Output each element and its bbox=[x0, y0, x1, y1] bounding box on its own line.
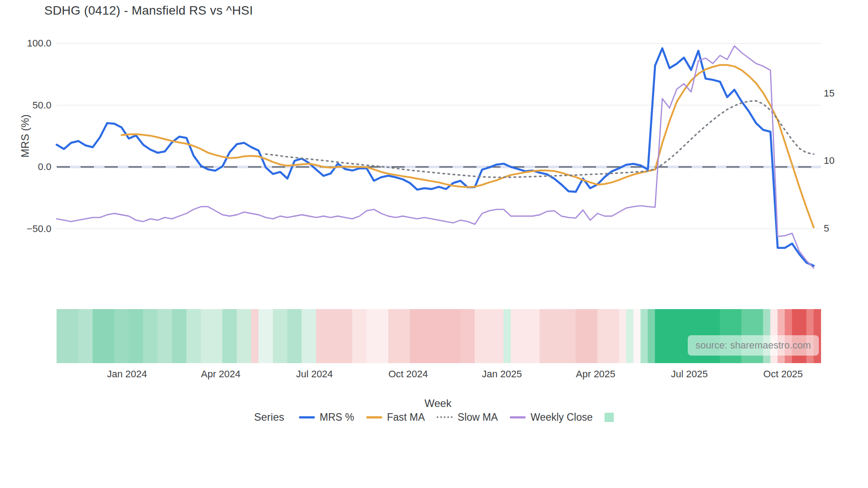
x-axis-tick-label: Jan 2024 bbox=[107, 368, 147, 380]
heatmap-cell bbox=[410, 309, 461, 363]
heatmap-cell bbox=[201, 309, 222, 363]
chart-page: SDHG (0412) - Mansfield RS vs ^HSI MRS (… bbox=[0, 0, 868, 488]
legend-item-label: Fast MA bbox=[387, 411, 425, 423]
right-axis-tick-label: 5 bbox=[824, 223, 829, 234]
heatmap-cell bbox=[504, 309, 511, 363]
heatmap-cell bbox=[640, 309, 648, 363]
series-lines bbox=[57, 46, 814, 268]
zero-line bbox=[57, 166, 821, 168]
legend-item-label: Weekly Close bbox=[531, 411, 593, 423]
heatmap-cell bbox=[511, 309, 540, 363]
heatmap-cell bbox=[633, 309, 641, 363]
legend-item-weekly-close[interactable]: Weekly Close bbox=[510, 411, 593, 423]
left-axis-tick-label: −50.0 bbox=[27, 223, 51, 234]
heatmap-cell bbox=[287, 309, 302, 363]
heatmap-cell bbox=[93, 309, 114, 363]
heatmap-cell bbox=[316, 309, 353, 363]
legend-item-label: MRS % bbox=[320, 411, 354, 423]
heatmap-cell bbox=[251, 309, 259, 363]
legend-item-label: Slow MA bbox=[457, 411, 498, 423]
heatmap-cell bbox=[460, 309, 475, 363]
legend-item-heatmap[interactable] bbox=[604, 413, 614, 422]
heatmap-cell bbox=[57, 309, 78, 363]
heatmap-cell bbox=[114, 309, 129, 363]
heatmap-cell bbox=[539, 309, 576, 363]
heatmap-cell bbox=[259, 309, 273, 363]
heatmap-cell bbox=[367, 309, 388, 363]
heatmap-cell bbox=[237, 309, 252, 363]
heatmap-cell bbox=[475, 309, 504, 363]
x-axis-tick-label: Apr 2025 bbox=[576, 368, 615, 380]
heatmap-cell bbox=[186, 309, 201, 363]
left-axis-tick-label: 100.0 bbox=[27, 38, 51, 49]
heatmap-cell bbox=[273, 309, 287, 363]
line-swatch bbox=[510, 416, 526, 418]
legend-item-slow-ma[interactable]: Slow MA bbox=[437, 411, 498, 423]
series-line-mrs- bbox=[57, 48, 814, 266]
x-axis-tick-label: Oct 2025 bbox=[763, 368, 803, 380]
line-swatch bbox=[437, 416, 453, 418]
series-line-fast-ma bbox=[122, 65, 814, 228]
x-axis-tick-label: Jan 2025 bbox=[482, 368, 522, 380]
gridlines bbox=[57, 43, 821, 229]
heatmap-cell bbox=[302, 309, 316, 363]
heatmap-cell bbox=[352, 309, 367, 363]
heatmap-cell bbox=[619, 309, 627, 363]
legend-items: MRS %Fast MASlow MAWeekly Close bbox=[299, 411, 614, 423]
heatmap-cell bbox=[576, 309, 597, 363]
left-axis-tick-label: 50.0 bbox=[32, 100, 51, 111]
heatmap-cell bbox=[158, 309, 172, 363]
left-axis-tick-label: 0.0 bbox=[38, 161, 51, 172]
heatmap-cell bbox=[388, 309, 410, 363]
x-axis-tick-label: Jul 2025 bbox=[671, 368, 708, 380]
heatmap-cell bbox=[222, 309, 237, 363]
right-axis-tick-label: 10 bbox=[824, 155, 834, 166]
line-swatch bbox=[299, 416, 315, 418]
heatmap-cell bbox=[143, 309, 158, 363]
heatmap-cell bbox=[172, 309, 186, 363]
x-axis-tick-label: Oct 2024 bbox=[388, 368, 428, 380]
line-swatch bbox=[366, 416, 382, 418]
x-axis-tick-label: Apr 2024 bbox=[201, 368, 240, 380]
series-line-weekly-close bbox=[57, 46, 814, 268]
legend-item-mrs-[interactable]: MRS % bbox=[299, 411, 354, 423]
source-note: source: sharemaestro.com bbox=[688, 335, 819, 356]
heatmap-cell bbox=[626, 309, 634, 363]
heatmap-cell bbox=[597, 309, 619, 363]
heatmap-cell bbox=[78, 309, 93, 363]
x-axis-tick-label: Jul 2024 bbox=[296, 368, 333, 380]
legend: Series MRS %Fast MASlow MAWeekly Close bbox=[0, 411, 868, 423]
right-axis-tick-label: 15 bbox=[824, 88, 834, 99]
heatmap-cell bbox=[129, 309, 143, 363]
legend-item-fast-ma[interactable]: Fast MA bbox=[366, 411, 425, 423]
heatmap-swatch bbox=[604, 413, 614, 422]
heatmap-cell bbox=[648, 309, 655, 363]
legend-title: Series bbox=[254, 411, 284, 423]
